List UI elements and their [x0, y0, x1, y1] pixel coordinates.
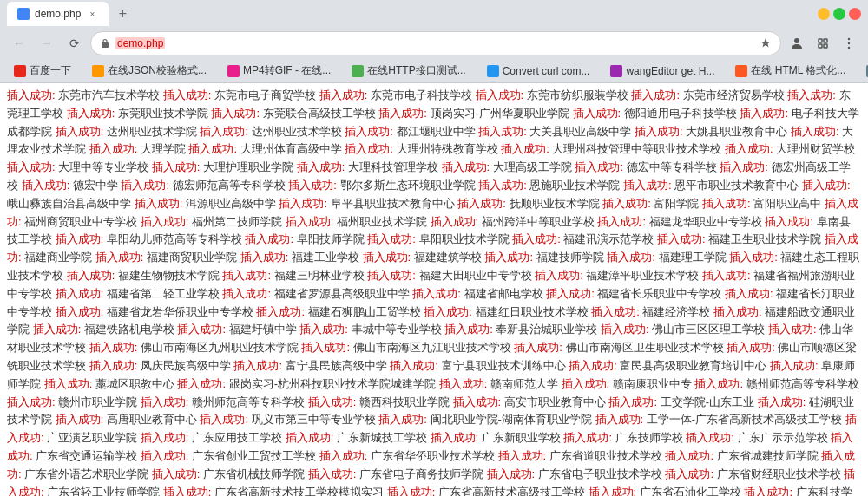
content-text: 广亚演艺职业学院 [44, 431, 141, 444]
minimize-button[interactable] [818, 8, 830, 20]
content-text: 恩施职业技术学院 [527, 179, 623, 192]
success-keyword: 插入成功: [308, 395, 357, 408]
refresh-button[interactable]: ⟳ [62, 31, 87, 55]
content-text: 福建铁路机电学校 [81, 323, 177, 336]
success-keyword: 插入成功: [363, 251, 411, 264]
menu-button[interactable] [837, 31, 861, 55]
content-text: 福州商贸职业中专学校 [22, 215, 141, 228]
extensions-button[interactable] [811, 31, 835, 55]
bookmark-favicon-convert [487, 65, 499, 77]
content-text: 广东省华侨职业技术学校 [367, 449, 497, 462]
success-keyword: 插入成功: [56, 305, 104, 318]
success-keyword: 插入成功: [729, 251, 778, 264]
content-text: 德阳通用电子科技学校 [621, 107, 740, 120]
bookmark-baidu[interactable]: 百度一下 [7, 61, 78, 81]
bookmark-convert[interactable]: Convert curl com... [480, 62, 597, 80]
tab-close-button[interactable]: × [86, 8, 98, 20]
success-keyword: 插入成功: [89, 359, 138, 372]
content-text: 广东省高新技术高级技工学校 [435, 486, 588, 496]
content-text: 福建省长乐职业中专学校 [595, 287, 725, 300]
content-text: 赣州市职业学院 [56, 395, 141, 408]
success-keyword: 插入成功: [288, 179, 337, 192]
bookmark-star-icon[interactable] [760, 37, 772, 49]
bookmark-json[interactable]: 在线JSON校验格式... [85, 61, 214, 81]
success-keyword: 插入成功: [694, 377, 743, 390]
success-keyword: 插入成功: [163, 88, 212, 101]
active-tab[interactable]: demo.php × [7, 2, 108, 26]
content-text: 大理州体育高级中学 [237, 142, 345, 155]
content-text: 广东广示示范学校 [734, 431, 831, 444]
account-button[interactable] [785, 31, 809, 55]
content-text: 广东省高新技术技工学校模拟实习 [211, 486, 386, 496]
svg-rect-4 [819, 44, 822, 48]
success-keyword: 插入成功: [573, 107, 621, 120]
url-display[interactable]: demo.php [115, 37, 754, 49]
success-keyword: 插入成功: [33, 323, 82, 336]
content-text: 达州职业技术学院 [103, 125, 200, 138]
success-keyword: 插入成功: [758, 395, 806, 408]
close-button[interactable] [849, 8, 861, 20]
content-text: 闽北职业学院-湖南体育职业学院 [427, 413, 595, 426]
success-keyword: 插入成功: [601, 323, 649, 336]
content-text: 佛山市三区区理工学校 [649, 323, 768, 336]
bookmark-label-baidu: 百度一下 [30, 63, 71, 78]
content-text: 高安市职业教育中心 [501, 395, 608, 408]
content-text: 德宏中等专科学校 [623, 160, 720, 173]
bookmark-favicon-http [352, 65, 364, 77]
new-tab-button[interactable]: + [112, 3, 133, 24]
success-keyword: 插入成功: [44, 377, 93, 390]
back-button[interactable]: ← [7, 31, 31, 55]
success-keyword: 插入成功: [768, 323, 817, 336]
success-keyword: 插入成功: [233, 359, 282, 372]
forward-button[interactable]: → [35, 31, 59, 55]
success-keyword: 插入成功: [562, 377, 610, 390]
bookmark-wang[interactable]: wangEditor get H... [603, 62, 721, 80]
content-text: 大理学院 [137, 142, 188, 155]
bookmark-favicon-wang [610, 65, 622, 77]
maximize-button[interactable] [833, 8, 845, 20]
content-text: 福建石狮鹏山工贸学校 [305, 305, 424, 318]
success-keyword: 插入成功: [535, 269, 583, 282]
success-keyword: 插入成功: [188, 142, 237, 155]
success-keyword: 插入成功: [787, 88, 836, 101]
content-text: 福建技师学院 [533, 251, 607, 264]
content-text: 广东省电子商务技师学院 [356, 467, 486, 480]
content-text: 东莞市电子科技学校 [367, 88, 475, 101]
success-keyword: 插入成功: [512, 232, 561, 245]
content-text: 大关县职业高级中学 [527, 125, 635, 138]
success-keyword: 插入成功: [595, 413, 644, 426]
success-keyword: 插入成功: [141, 395, 189, 408]
bookmark-img[interactable]: 免费图床 - 免费保... [859, 61, 868, 81]
bookmark-htmlformat[interactable]: 在线 HTML 格式化... [728, 61, 852, 81]
content-text: 福建经济学校 [640, 305, 713, 318]
content-text: 福建三明林业学校 [271, 269, 367, 282]
bookmark-label-json: 在线JSON校验格式... [108, 63, 207, 78]
title-bar: demo.php × + [0, 0, 868, 28]
success-keyword: 插入成功: [378, 413, 427, 426]
success-keyword: 插入成功: [135, 197, 183, 210]
bookmark-mp4[interactable]: MP4转GIF - 在线... [220, 61, 338, 81]
success-keyword: 插入成功: [476, 88, 524, 101]
success-keyword: 插入成功: [770, 359, 819, 372]
content-text: 东莞市经济贸易学校 [680, 88, 787, 101]
content-text: 广东新职业学校 [478, 431, 563, 444]
success-keyword: 插入成功: [319, 449, 368, 462]
success-keyword: 插入成功: [222, 269, 271, 282]
success-keyword: 插入成功: [56, 287, 104, 300]
success-keyword: 插入成功: [631, 88, 680, 101]
bookmark-http[interactable]: 在线HTTP接口测试... [345, 61, 472, 81]
success-keyword: 插入成功: [602, 197, 651, 210]
content-text: 阜阳幼儿师范高等专科学校 [103, 232, 245, 245]
success-keyword: 插入成功: [665, 449, 713, 462]
bookmark-favicon-baidu [14, 65, 26, 77]
content-text: 广东省外语艺术职业学院 [22, 467, 152, 480]
content-text: 大理科技管理学校 [345, 160, 441, 173]
success-keyword: 插入成功: [141, 215, 189, 228]
success-keyword: 插入成功: [301, 341, 350, 354]
success-keyword: 插入成功: [442, 160, 490, 173]
success-keyword: 插入成功: [765, 215, 813, 228]
address-bar[interactable]: demo.php [90, 31, 781, 55]
content-text: 德宏师范高等专科学校 [169, 179, 288, 192]
success-keyword: 插入成功: [424, 305, 472, 318]
content-text: 福建红日职业技术学校 [472, 305, 591, 318]
